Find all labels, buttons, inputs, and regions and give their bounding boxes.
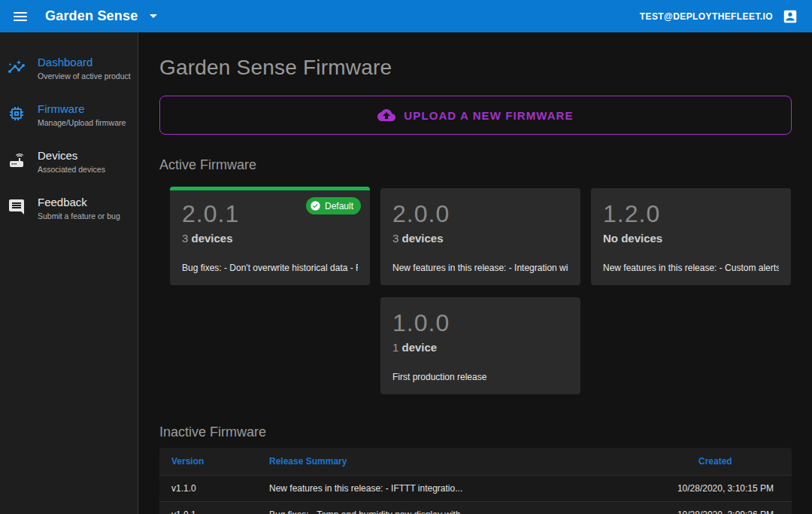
sidebar-item-label: Firmware [38,102,126,115]
column-header-version[interactable]: Version [159,456,257,467]
app-title: Garden Sense [45,8,138,24]
firmware-device-count: 3 devices [182,232,358,245]
topbar: Garden Sense TEST@DEPLOYTHEFLEET.IO [0,0,812,32]
verified-check-icon [310,200,321,211]
main-content: Garden Sense Firmware UPLOAD A NEW FIRMW… [138,32,812,514]
firmware-summary: Bug fixes: - Don't overwrite historical … [182,245,358,273]
menu-icon [14,12,27,14]
cell-version: v1.0.1 [159,509,257,514]
cell-version: v1.1.0 [159,483,257,494]
active-firmware-heading: Active Firmware [159,157,792,173]
firmware-version: 2.0.0 [392,202,568,226]
column-header-created[interactable]: Created [671,456,792,467]
dropdown-caret-icon [150,14,157,18]
cell-created: 10/28/2020, 3:10:15 PM [671,483,792,494]
feedback-icon [8,198,26,216]
firmware-summary: First production release [392,354,568,382]
sidebar-item-label: Dashboard [38,56,131,68]
inactive-firmware-table: Version Release Summary Created v1.1.0 N… [159,448,792,514]
sidebar-item-dashboard[interactable]: Dashboard Overview of active product [0,46,138,90]
memory-chip-icon [8,105,26,123]
sidebar-item-feedback[interactable]: Feedback Submit a feature or bug [0,186,138,230]
sidebar-item-devices[interactable]: Devices Associated devices [0,139,138,184]
firmware-version: 1.0.0 [392,311,568,335]
sidebar-item-label: Devices [38,149,105,162]
firmware-device-count: No devices [603,232,779,245]
account-box-icon [782,8,798,25]
firmware-card[interactable]: 2.0.1 3 devices Bug fixes: - Don't overw… [170,188,370,285]
sidebar-item-subtitle: Submit a feature or bug [38,211,120,221]
default-firmware-indicator-bar [170,187,370,190]
cell-created: 10/28/2020, 3:09:36 PM [671,509,792,514]
firmware-card[interactable]: 1.2.0 No devices New features in this re… [591,188,791,285]
page-title: Garden Sense Firmware [159,56,792,80]
app-window: Garden Sense TEST@DEPLOYTHEFLEET.IO Dash… [0,0,812,514]
account-button[interactable] [782,8,798,25]
table-row[interactable]: v1.1.0 New features in this release: - I… [159,475,792,501]
active-firmware-cards: 2.0.1 3 devices Bug fixes: - Don't overw… [170,188,792,394]
firmware-card[interactable]: 2.0.0 3 devices New features in this rel… [380,188,580,285]
sidebar-item-subtitle: Manage/Upload firmware [38,118,126,127]
product-switcher[interactable]: Garden Sense [45,8,157,24]
firmware-summary: New features in this release: - Integrat… [392,245,568,273]
firmware-device-count: 3 devices [392,232,568,245]
upload-button-label: UPLOAD A NEW FIRMWARE [404,109,573,122]
default-badge: Default [306,197,361,214]
insights-icon [8,58,26,76]
upload-firmware-button[interactable]: UPLOAD A NEW FIRMWARE [159,96,792,135]
firmware-device-count: 1 device [392,341,568,354]
sidebar: Dashboard Overview of active product Fir… [0,32,138,514]
sidebar-item-subtitle: Overview of active product [38,71,131,81]
sidebar-item-firmware[interactable]: Firmware Manage/Upload firmware [0,93,138,137]
firmware-summary: New features in this release: - Custom a… [603,245,779,273]
sidebar-item-label: Feedback [38,196,120,208]
cell-release-summary: New features in this release: - IFTTT in… [257,483,671,494]
firmware-card[interactable]: 1.0.0 1 device First production release [380,297,580,394]
menu-button[interactable] [8,6,33,27]
cell-release-summary: Bug fixes: - Temp and humidity now displ… [257,509,671,514]
sidebar-item-subtitle: Associated devices [38,165,105,174]
router-icon [8,151,26,169]
table-header-row: Version Release Summary Created [159,448,792,475]
column-header-release-summary[interactable]: Release Summary [257,456,671,467]
user-email: TEST@DEPLOYTHEFLEET.IO [640,11,773,22]
firmware-version: 1.2.0 [603,202,779,226]
cloud-upload-icon [377,106,395,124]
inactive-firmware-heading: Inactive Firmware [159,424,792,440]
table-body: v1.1.0 New features in this release: - I… [159,475,792,514]
table-row[interactable]: v1.0.1 Bug fixes: - Temp and humidity no… [159,501,792,514]
